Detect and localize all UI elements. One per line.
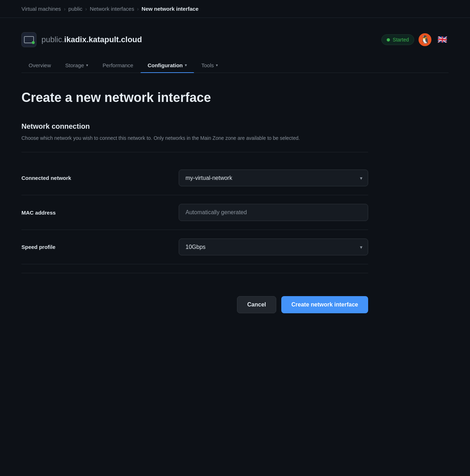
divider-bottom [21, 273, 368, 273]
network-connection-section: Network connection Choose which network … [21, 122, 368, 142]
status-label: Started [393, 37, 409, 43]
vm-name-muted: public. [41, 35, 64, 44]
action-row: Cancel Create network interface [21, 282, 368, 313]
breadcrumb-virtual-machines[interactable]: Virtual machines [21, 6, 61, 12]
status-badge: Started [381, 34, 414, 45]
page-title: Create a new network interface [21, 90, 449, 105]
flag-icon: 🇬🇧 [436, 33, 449, 46]
vm-name-accent: ikadix.katapult.cloud [64, 35, 142, 44]
vm-status-dot [32, 41, 35, 44]
section-title: Network connection [21, 122, 368, 131]
storage-chevron: ▾ [86, 63, 88, 68]
cancel-button[interactable]: Cancel [237, 296, 276, 313]
configuration-chevron: ▾ [185, 63, 187, 68]
vm-icon-inner [24, 36, 34, 43]
nav-tabs: Overview Storage ▾ Performance Configura… [21, 58, 449, 73]
tab-configuration[interactable]: Configuration ▾ [140, 58, 194, 73]
tab-tools[interactable]: Tools ▾ [194, 58, 225, 73]
section-desc: Choose which network you wish to connect… [21, 134, 368, 142]
mac-address-input[interactable] [179, 204, 368, 221]
divider-top [21, 152, 368, 152]
form-section: Network connection Choose which network … [21, 122, 368, 313]
connected-network-control: my-virtual-network ▾ [179, 170, 368, 186]
breadcrumb-network-interfaces[interactable]: Network interfaces [90, 6, 134, 12]
connected-network-select[interactable]: my-virtual-network [179, 170, 368, 186]
flag-emoji: 🇬🇧 [437, 35, 447, 44]
speed-profile-control: 10Gbps 1Gbps 100Mbps ▾ [179, 239, 368, 255]
vm-header: public.ikadix.katapult.cloud Started 🐧 🇬… [21, 32, 449, 47]
mac-address-control [179, 204, 368, 221]
tab-performance[interactable]: Performance [95, 58, 140, 73]
connected-network-select-wrapper: my-virtual-network ▾ [179, 170, 368, 186]
vm-icon [21, 32, 36, 47]
connected-network-label: Connected network [21, 175, 179, 181]
main-container: public.ikadix.katapult.cloud Started 🐧 🇬… [0, 18, 470, 328]
breadcrumb-public[interactable]: public [68, 6, 82, 12]
vm-header-right: Started 🐧 🇬🇧 [381, 33, 449, 46]
breadcrumb-sep-2: › [85, 6, 87, 12]
breadcrumb-sep-1: › [64, 6, 66, 12]
status-dot [387, 38, 390, 41]
speed-profile-select-wrapper: 10Gbps 1Gbps 100Mbps ▾ [179, 239, 368, 255]
tools-chevron: ▾ [216, 63, 218, 68]
mac-address-label: MAC address [21, 210, 179, 216]
os-emoji: 🐧 [420, 35, 430, 44]
breadcrumb-sep-3: › [137, 6, 139, 12]
tab-overview[interactable]: Overview [21, 58, 58, 73]
mac-address-row: MAC address [21, 195, 368, 230]
speed-profile-label: Speed profile [21, 244, 179, 250]
vm-title-row: public.ikadix.katapult.cloud [21, 32, 142, 47]
os-icon: 🐧 [419, 33, 431, 46]
speed-profile-row: Speed profile 10Gbps 1Gbps 100Mbps ▾ [21, 230, 368, 264]
breadcrumb-new-network-interface: New network interface [142, 6, 198, 12]
speed-profile-select[interactable]: 10Gbps 1Gbps 100Mbps [179, 239, 368, 255]
connected-network-row: Connected network my-virtual-network ▾ [21, 161, 368, 195]
create-network-interface-button[interactable]: Create network interface [281, 296, 368, 313]
vm-name: public.ikadix.katapult.cloud [41, 35, 142, 44]
breadcrumb: Virtual machines › public › Network inte… [0, 0, 470, 18]
tab-storage[interactable]: Storage ▾ [58, 58, 96, 73]
